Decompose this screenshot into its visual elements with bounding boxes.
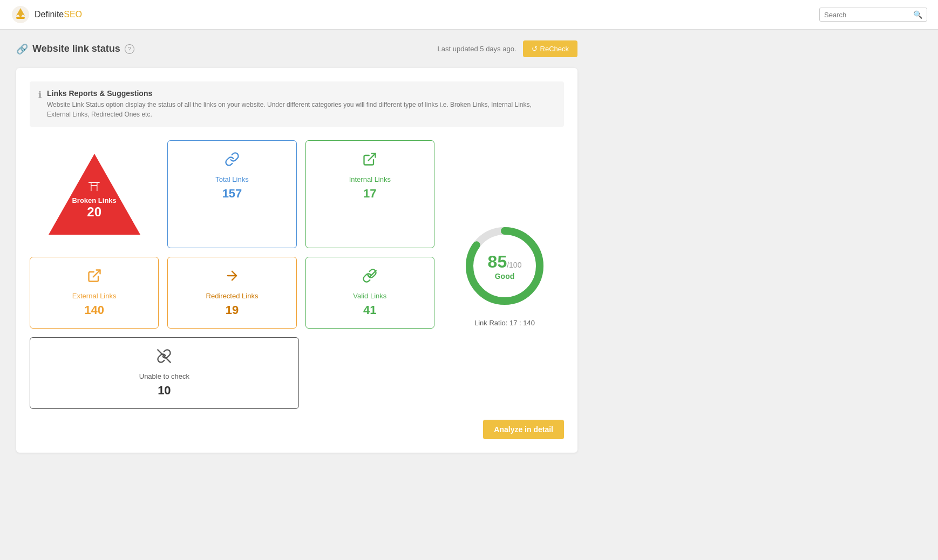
external-links-card[interactable]: External Links 140 <box>30 257 159 329</box>
triangle-wrapper: ⛩ Broken Links 20 <box>46 151 143 237</box>
external-links-icon <box>87 268 102 286</box>
total-links-icon <box>225 152 240 170</box>
stats-row-1: ⛩ Broken Links 20 <box>30 140 434 248</box>
unable-label: Unable to check <box>139 372 189 380</box>
header: DefiniteSEO 🔍 <box>0 0 938 30</box>
link-page-icon: 🔗 <box>16 43 28 55</box>
valid-links-label: Valid Links <box>353 292 386 300</box>
unable-row: Unable to check 10 <box>30 337 434 409</box>
page-title-right: Last updated 5 days ago. ↺ ReCheck <box>438 40 577 57</box>
analyze-area: Analyze in detail <box>30 420 564 439</box>
logo-area: DefiniteSEO <box>11 5 82 24</box>
total-links-label: Total Links <box>215 175 248 183</box>
help-icon[interactable]: ? <box>125 44 134 54</box>
page-title: Website link status <box>32 43 120 54</box>
banner-description: Website Link Status option display the s… <box>47 100 555 119</box>
info-banner: ℹ Links Reports & Suggestions Website Li… <box>30 81 564 127</box>
valid-links-value: 41 <box>363 303 376 317</box>
info-banner-content: Links Reports & Suggestions Website Link… <box>47 89 555 119</box>
score-column: 85/100 Good Link Ratio: 17 : 140 <box>445 140 564 409</box>
unable-value: 10 <box>158 384 171 398</box>
score-value: 85 <box>488 251 507 271</box>
logo-icon <box>11 5 30 24</box>
score-max: /100 <box>507 260 521 269</box>
score-label: Good <box>488 271 522 280</box>
redirected-links-value: 19 <box>226 303 239 317</box>
info-icon: ℹ <box>38 90 42 100</box>
search-box[interactable]: 🔍 <box>819 8 927 22</box>
broken-links-card[interactable]: ⛩ Broken Links 20 <box>30 140 159 248</box>
stats-grid-col: ⛩ Broken Links 20 <box>30 140 434 409</box>
valid-links-card[interactable]: Valid Links 41 <box>305 257 434 329</box>
valid-links-icon <box>362 268 377 286</box>
stats-row-2: External Links 140 Redirected Links 19 <box>30 257 434 329</box>
recheck-label: ReCheck <box>540 45 569 53</box>
main-content: 🔗 Website link status ? Last updated 5 d… <box>0 30 594 463</box>
score-circle-wrapper: 85/100 Good <box>461 223 548 309</box>
external-links-value: 140 <box>84 303 104 317</box>
search-icon: 🔍 <box>913 10 922 19</box>
broken-icon: ⛩ <box>89 180 100 194</box>
banner-title: Links Reports & Suggestions <box>47 89 555 98</box>
card-container: ℹ Links Reports & Suggestions Website Li… <box>16 68 577 453</box>
unable-to-check-card[interactable]: Unable to check 10 <box>30 337 299 409</box>
internal-links-card[interactable]: Internal Links 17 <box>305 140 434 248</box>
analyze-button[interactable]: Analyze in detail <box>483 420 564 439</box>
internal-links-icon <box>362 152 377 170</box>
score-display: 85/100 <box>488 251 522 271</box>
external-links-label: External Links <box>72 292 117 300</box>
internal-links-value: 17 <box>363 187 376 201</box>
internal-links-label: Internal Links <box>349 175 391 183</box>
redirected-links-label: Redirected Links <box>206 292 259 300</box>
redirected-links-card[interactable]: Redirected Links 19 <box>167 257 296 329</box>
broken-links-label: Broken Links <box>72 196 116 204</box>
svg-line-4 <box>369 154 376 161</box>
unable-icon <box>157 349 172 367</box>
stats-area: ⛩ Broken Links 20 <box>30 140 564 409</box>
score-text-overlay: 85/100 Good <box>488 251 522 280</box>
broken-links-value: 20 <box>87 204 101 220</box>
link-ratio: Link Ratio: 17 : 140 <box>474 319 535 327</box>
logo-seo: SEO <box>64 10 82 19</box>
page-title-bar: 🔗 Website link status ? Last updated 5 d… <box>16 40 577 57</box>
logo-definite: Definite <box>35 10 64 19</box>
recheck-icon: ↺ <box>532 45 538 53</box>
recheck-button[interactable]: ↺ ReCheck <box>523 40 577 57</box>
svg-line-5 <box>93 270 100 277</box>
logo-text: DefiniteSEO <box>35 10 82 19</box>
page-title-left: 🔗 Website link status ? <box>16 43 134 55</box>
total-links-card[interactable]: Total Links 157 <box>167 140 296 248</box>
redirected-links-icon <box>225 268 240 286</box>
triangle-content: ⛩ Broken Links 20 <box>72 180 116 220</box>
last-updated-text: Last updated 5 days ago. <box>438 45 516 53</box>
total-links-value: 157 <box>222 187 242 201</box>
svg-rect-2 <box>16 17 25 19</box>
search-input[interactable] <box>824 11 913 19</box>
